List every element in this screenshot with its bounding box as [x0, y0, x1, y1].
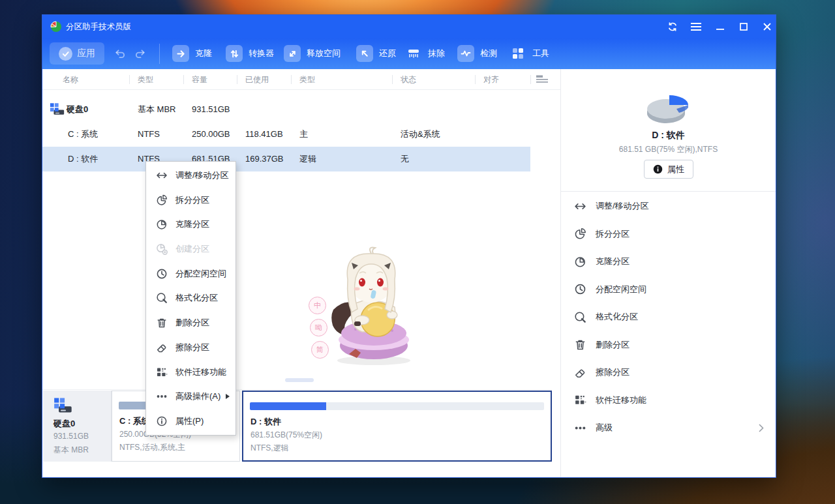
delete-partition-icon [574, 338, 586, 351]
refresh-icon [667, 22, 678, 32]
disk-overview-card[interactable]: 硬盘0 931.51GB 基本 MBR [43, 391, 112, 462]
partition-fs: NTFS,逻辑 [250, 443, 289, 454]
wipe-partition-icon [574, 366, 586, 379]
toolbar-restore-label: 还原 [379, 48, 396, 59]
disk-icon [53, 397, 73, 414]
menu-item-clone-partition[interactable]: 克隆分区 [146, 213, 235, 236]
usage-bar-fill [250, 402, 326, 410]
refresh-button[interactable] [664, 18, 681, 35]
cell-name: 硬盘0 [67, 97, 88, 122]
toolbar-detect-button[interactable]: 检测 [457, 44, 497, 63]
main-menu-button[interactable] [688, 18, 705, 35]
cell-capacity: 931.51GB [192, 97, 230, 122]
wipe-partition-icon [156, 342, 168, 353]
toolbar-erase-button[interactable]: 抹除 [405, 44, 445, 63]
redo-button[interactable] [132, 46, 149, 61]
toolbar-restore-button[interactable]: 还原 [356, 44, 396, 63]
toolbar-clone-label: 克隆 [195, 48, 212, 59]
info-icon [653, 164, 663, 174]
action-split-partition[interactable]: 拆分分区 [561, 220, 776, 248]
menu-item-advanced-operations[interactable]: 高级操作(A) [146, 385, 235, 408]
action-app-migration[interactable]: 软件迁移功能 [561, 387, 776, 415]
action-wipe-partition[interactable]: 擦除分区 [561, 359, 776, 387]
action-label: 克隆分区 [596, 256, 630, 267]
menu-item-label: 属性(P) [175, 415, 204, 427]
titlebar: 分区助手技术员版 [42, 15, 776, 38]
horizontal-scrollbar-thumb[interactable] [285, 378, 314, 382]
menu-item-allocate-free-space[interactable]: 分配空闲空间 [146, 262, 235, 286]
action-resize-move[interactable]: 调整/移动分区 [561, 192, 776, 220]
action-delete-partition[interactable]: 删除分区 [561, 331, 776, 359]
tools-icon [509, 45, 526, 62]
allocate-free-space-icon [574, 283, 586, 295]
action-format-partition[interactable]: 格式化分区 [561, 303, 776, 331]
toolbar-tools-button[interactable]: 工具 [509, 44, 549, 63]
menu-item-label: 克隆分区 [175, 218, 209, 230]
mascot-badge: 中 [309, 297, 326, 314]
header-separator [291, 75, 292, 84]
action-label: 高级 [596, 422, 613, 434]
apply-check-icon [59, 47, 72, 61]
window-title: 分区助手技术员版 [66, 15, 131, 38]
cell-name: C : 系统 [68, 122, 98, 147]
menu-item-split-partition[interactable]: 拆分分区 [146, 188, 235, 212]
cell-status: 活动&系统 [401, 122, 440, 147]
table-row-disk0[interactable]: 硬盘0 基本 MBR 931.51GB [42, 97, 530, 122]
menu-item-resize-move[interactable]: 调整/移动分区 [146, 164, 235, 187]
action-advanced[interactable]: 高级 [561, 414, 776, 442]
hamburger-icon [691, 22, 701, 31]
properties-button[interactable]: 属性 [644, 160, 693, 179]
table-row-d-selected[interactable]: D : 软件 NTFS 681.51GB 169.37GB 逻辑 无 [42, 147, 530, 171]
cell-status: 无 [401, 147, 409, 171]
action-label: 分配空闲空间 [596, 284, 646, 295]
partition-capacity: 681.51GB(75%空闲) [250, 430, 322, 441]
menu-item-properties[interactable]: 属性(P) [146, 409, 235, 433]
menu-item-app-migration[interactable]: 软件迁移功能 [146, 361, 235, 384]
maximize-button[interactable] [735, 18, 752, 35]
menu-item-delete-partition[interactable]: 删除分区 [146, 311, 235, 334]
partition-block-d-selected[interactable]: D : 软件 681.51GB(75%空闲) NTFS,逻辑 [242, 391, 552, 462]
action-label: 删除分区 [596, 339, 630, 351]
menu-item-label: 拆分分区 [175, 194, 209, 206]
menu-item-wipe-partition[interactable]: 擦除分区 [146, 336, 235, 359]
mascot-illustration: 中 呦 简 [309, 245, 426, 375]
app-migration-icon [156, 366, 168, 378]
clone-icon [172, 45, 189, 62]
minimize-button[interactable] [712, 18, 729, 35]
menu-item-label: 软件迁移功能 [175, 366, 226, 378]
apply-label: 应用 [77, 48, 95, 59]
menu-item-format-partition[interactable]: 格式化分区 [146, 286, 235, 310]
close-button[interactable] [759, 18, 776, 35]
list-view-icon[interactable] [536, 75, 548, 84]
menu-item-label: 格式化分区 [175, 292, 218, 304]
header-separator [392, 75, 393, 84]
action-label: 格式化分区 [596, 311, 638, 323]
clone-partition-icon [574, 256, 586, 268]
toolbar-converter-button[interactable]: 转换器 [226, 44, 274, 63]
cell-parttype: 主 [299, 122, 308, 147]
undo-button[interactable] [111, 46, 128, 61]
disk-icon [50, 102, 65, 116]
redo-icon [134, 48, 147, 59]
toolbar-free-space-label: 释放空间 [307, 48, 341, 59]
desktop-wallpaper: 分区助手技术员版 [0, 0, 835, 504]
app-logo-icon [50, 21, 62, 33]
toolbar-free-space-button[interactable]: 释放空间 [284, 44, 341, 63]
action-clone-partition[interactable]: 克隆分区 [561, 248, 776, 276]
chevron-right-icon [759, 424, 764, 432]
action-allocate-free-space[interactable]: 分配空闲空间 [561, 276, 776, 304]
action-list: 调整/移动分区 拆分分区 克隆分区 分配空闲空间 格式化分区 [561, 192, 776, 442]
col-header-align: 对齐 [483, 69, 499, 90]
apply-button[interactable]: 应用 [50, 42, 104, 65]
context-menu: 调整/移动分区 拆分分区 克隆分区 创建分区 分配空闲空间 格式化分区 [145, 161, 236, 436]
toolbar-clone-button[interactable]: 克隆 [172, 44, 212, 63]
delete-partition-icon [156, 317, 168, 329]
bottom-strip-divider [42, 389, 552, 390]
mascot-badge: 呦 [310, 319, 327, 336]
menu-item-label: 分配空闲空间 [175, 268, 226, 280]
restore-icon [356, 45, 373, 62]
table-row-c[interactable]: C : 系统 NTFS 250.00GB 118.41GB 主 活动&系统 [42, 122, 530, 147]
format-partition-icon [156, 292, 168, 304]
disk-type: 基本 MBR [53, 445, 89, 456]
right-panel: D : 软件 681.51 GB(75% 空闲),NTFS 属性 调整/移动分区… [561, 69, 776, 477]
